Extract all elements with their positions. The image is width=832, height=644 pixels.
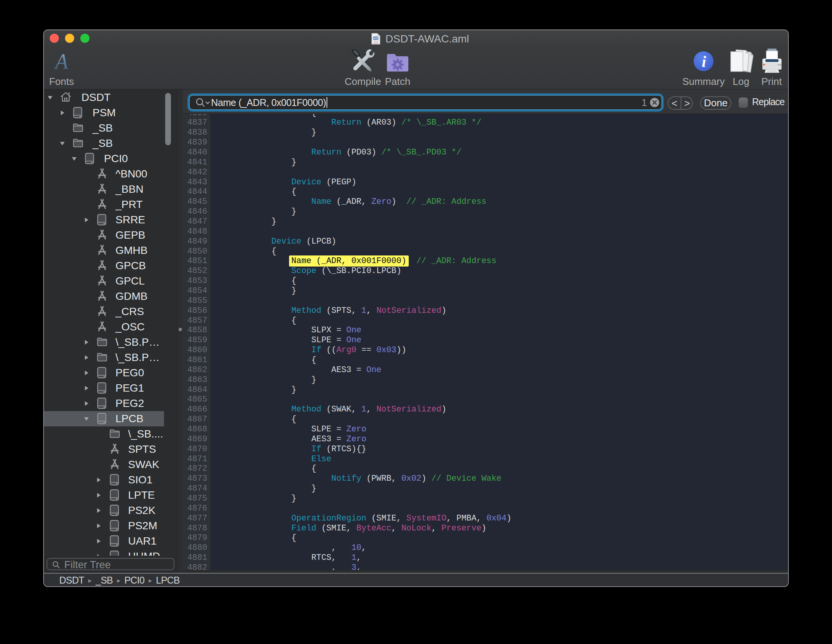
- svg-text:i: i: [702, 53, 706, 70]
- svg-text:A: A: [54, 51, 68, 72]
